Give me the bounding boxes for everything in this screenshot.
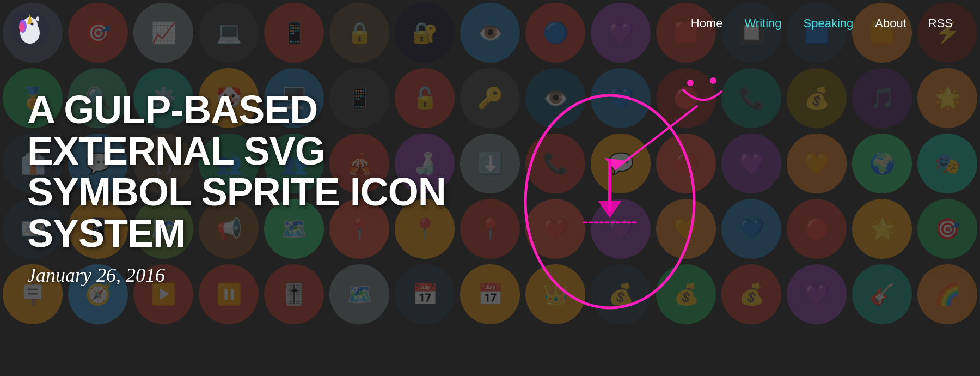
nav-home-link[interactable]: Home [691,16,723,31]
main-navigation: Home Writing Speaking About RSS [664,0,980,47]
site-logo[interactable] [11,10,49,48]
svg-point-6 [19,22,24,32]
nav-writing-link[interactable]: Writing [744,16,781,31]
article-date: January 26, 2016 [27,264,517,287]
nav-speaking-link[interactable]: Speaking [804,16,854,31]
svg-point-4 [31,23,34,26]
nav-about-link[interactable]: About [875,16,906,31]
nav-rss-link[interactable]: RSS [928,16,953,31]
hero-content: A Gulp-Based External SVG Symbol Sprite … [27,89,517,287]
page-title: A Gulp-Based External SVG Symbol Sprite … [27,89,517,254]
